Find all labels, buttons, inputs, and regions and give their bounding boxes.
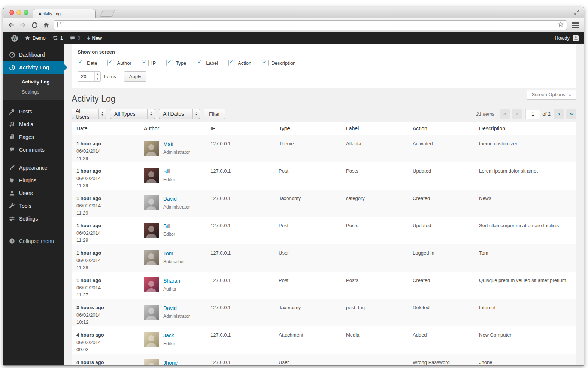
sidebar-item-tools[interactable]: Tools (3, 200, 64, 212)
window-zoom-button[interactable] (24, 10, 28, 15)
type-cell: Theme (274, 135, 342, 162)
forward-button[interactable] (19, 21, 27, 29)
fullscreen-icon[interactable] (574, 9, 579, 16)
checkbox-checked-icon[interactable] (197, 60, 203, 66)
action-cell: Added (408, 326, 475, 354)
submenu-item-activity-log[interactable]: Activity Log (3, 77, 64, 87)
spinner-down-icon[interactable]: ▼ (95, 76, 100, 81)
author-link[interactable]: Matt (163, 141, 190, 147)
column-checkbox-author[interactable]: Author (107, 60, 131, 66)
column-checkbox-ip[interactable]: IP (142, 60, 156, 66)
author-link[interactable]: David (163, 305, 190, 311)
first-page-button[interactable]: « (500, 109, 510, 119)
ip-cell: 127.0.0.1 (206, 217, 274, 244)
filter-button[interactable]: Filter (204, 109, 225, 119)
date-value: 06/02/2014 (76, 202, 135, 210)
sidebar-item-pages[interactable]: Pages (3, 131, 64, 143)
sidebar-item-activity-log[interactable]: Activity Log (3, 61, 64, 74)
window-close-button[interactable] (9, 10, 14, 15)
checkbox-checked-icon[interactable] (228, 60, 235, 66)
comments-menu-item[interactable]: 0 (66, 32, 84, 44)
browser-menu-icon[interactable] (570, 21, 580, 29)
column-checkbox-type[interactable]: Type (166, 60, 186, 66)
author-link[interactable]: Jhone (163, 360, 178, 366)
page-icon (57, 22, 62, 29)
author-link[interactable]: Tom (163, 250, 185, 256)
home-button[interactable] (42, 21, 50, 29)
show-on-screen-label: Show on screen (78, 49, 570, 55)
sidebar-item-posts[interactable]: Posts (3, 105, 64, 118)
number-spinner[interactable]: ▲▼ (94, 72, 100, 81)
checkbox-checked-icon[interactable] (166, 60, 173, 66)
column-header-label: Label (342, 122, 408, 135)
dates-filter-select[interactable]: All Dates ▲▼ (159, 109, 200, 119)
author-link[interactable]: Jack (163, 332, 175, 338)
new-tab-button[interactable] (100, 10, 115, 17)
url-input[interactable] (64, 22, 555, 28)
last-page-button[interactable]: » (566, 109, 576, 119)
sidebar-item-users[interactable]: Users (3, 187, 64, 200)
author-link[interactable]: Sharah (163, 278, 180, 284)
author-role: Editor (163, 177, 175, 182)
column-checkbox-label[interactable]: Label (197, 60, 218, 66)
author-link[interactable]: Bill (163, 223, 175, 229)
user-avatar[interactable] (573, 35, 579, 41)
sliders-icon (9, 216, 15, 222)
avatar (144, 223, 159, 238)
users-filter-select[interactable]: All Users ▲▼ (72, 109, 106, 119)
site-name: Demo (33, 35, 46, 41)
next-page-button[interactable]: › (554, 109, 564, 119)
time-value: 11:27 (76, 291, 135, 299)
prev-page-button[interactable]: ‹ (512, 109, 522, 119)
apply-button[interactable]: Apply (124, 71, 147, 82)
types-filter-select[interactable]: All Types ▲▼ (110, 109, 155, 119)
howdy-label[interactable]: Howdy (555, 35, 570, 41)
checkbox-checked-icon[interactable] (142, 60, 149, 66)
checkbox-checked-icon[interactable] (262, 60, 269, 66)
sidebar-item-collapse[interactable]: Collapse menu (3, 235, 64, 247)
column-checkbox-date[interactable]: Date (78, 60, 97, 66)
submenu-item-settings[interactable]: Settings (3, 87, 64, 97)
page-title: Activity Log (72, 94, 576, 104)
sidebar-item-media[interactable]: Media (3, 118, 64, 131)
author-cell: TomSubscriber (139, 244, 206, 272)
label-cell: Media (342, 326, 408, 354)
url-bar[interactable] (54, 20, 567, 30)
column-header-date: Date (72, 122, 140, 135)
sidebar-item-plugins[interactable]: Plugins (3, 174, 64, 187)
author-link[interactable]: David (163, 196, 190, 202)
window-minimize-button[interactable] (16, 10, 21, 15)
sidebar-item-dashboard[interactable]: Dashboard (3, 48, 64, 61)
items-number-input[interactable]: ▲▼ (78, 71, 101, 82)
description-cell: News (475, 190, 576, 217)
screen-options-tab-label: Screen Options (531, 92, 565, 97)
table-row: 1 hour ago06/02/201411:29BillEditor127.0… (72, 217, 576, 244)
wp-logo-icon[interactable]: W (8, 32, 21, 44)
sidebar-item-label: Pages (19, 134, 34, 140)
label-cell: post_tag (342, 299, 408, 326)
home-icon (25, 36, 30, 41)
sidebar-item-comments[interactable]: Comments (3, 143, 64, 156)
checkbox-checked-icon[interactable] (107, 60, 114, 66)
screen-options-tab[interactable]: Screen Options ▲ (527, 90, 576, 100)
updates-menu-item[interactable]: 1 (49, 32, 66, 44)
time-value: 10:12 (76, 319, 135, 326)
sidebar-item-settings[interactable]: Settings (3, 212, 64, 225)
table-row: 1 hour ago06/02/201411:27SharahAuthor127… (72, 272, 576, 299)
reload-button[interactable] (30, 21, 39, 29)
table-header-row: DateAuthorIPTypeLabelActionDescription (72, 122, 576, 135)
items-count-field[interactable] (78, 72, 94, 81)
current-page-input[interactable] (525, 109, 540, 119)
back-button[interactable] (7, 21, 15, 29)
checkbox-checked-icon[interactable] (78, 60, 84, 66)
spinner-up-icon[interactable]: ▲ (95, 72, 100, 76)
author-link[interactable]: Bill (163, 168, 175, 174)
site-menu-item[interactable]: Demo (21, 32, 49, 44)
avatar (144, 359, 159, 366)
bookmark-star-icon[interactable] (558, 21, 564, 29)
column-checkbox-action[interactable]: Action (228, 60, 251, 66)
sidebar-item-appearance[interactable]: Appearance (3, 161, 64, 174)
new-menu-item[interactable]: + New (84, 32, 105, 44)
column-checkbox-description[interactable]: Description (262, 60, 295, 66)
browser-tab[interactable]: Activity Log (33, 9, 96, 18)
